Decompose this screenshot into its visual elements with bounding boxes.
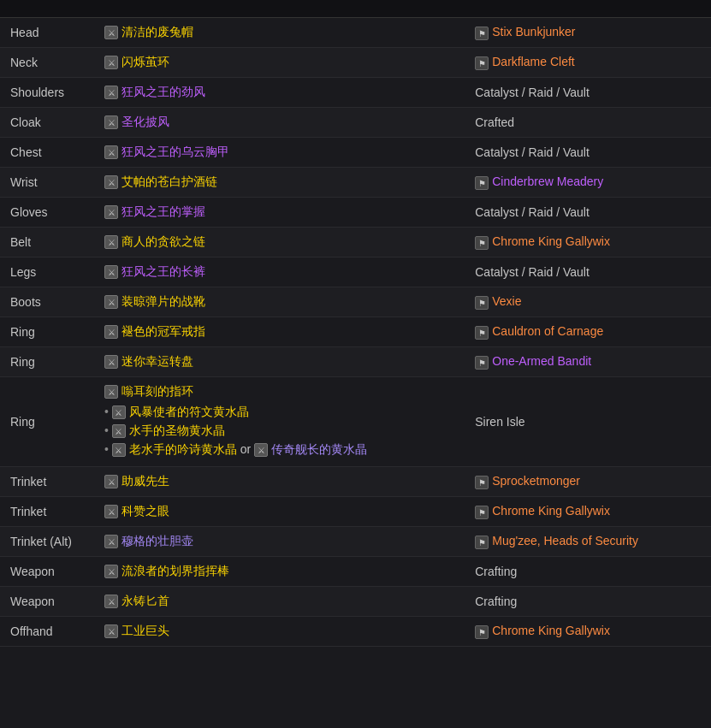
item-link[interactable]: 狂风之王的掌握 [121,204,205,218]
slot-cell: Cloak [0,108,94,138]
source-cell: ⚑Darkflame Cleft [465,48,711,78]
slot-cell: Boots [0,287,94,317]
item-link[interactable]: 装晾弹片的战靴 [121,294,205,308]
item-link[interactable]: 迷你幸运转盘 [121,354,193,368]
item-icon: ⚔ [112,405,126,419]
header-item [94,0,465,18]
source-cell: ⚑Chrome King Gallywix [465,617,711,647]
item-cell: ⚔狂风之王的掌握 [94,198,465,228]
item-cell: ⚔流浪者的划界指挥棒 [94,557,465,587]
item-icon: ⚔ [104,595,118,608]
item-link[interactable]: 商人的贪欲之链 [121,234,205,248]
slot-cell: Belt [0,228,94,257]
item-link[interactable]: 永铸匕首 [121,594,169,607]
item-link[interactable]: 狂风之王的劲风 [121,85,205,98]
item-link[interactable]: 褪色的冠军戒指 [121,324,205,338]
item-cell: ⚔狂风之王的乌云胸甲 [94,138,465,168]
source-cell: Crafting [465,587,711,617]
item-link[interactable]: 狂风之王的长裤 [121,264,205,278]
table-row: Neck⚔闪烁茧环⚑Darkflame Cleft [0,48,711,78]
source-cell: ⚑Mug'zee, Heads of Security [465,527,711,557]
source-link[interactable]: Darkflame Cleft [492,55,574,68]
source-cell: ⚑Vexie [465,287,711,317]
source-text: Catalyst / Raid / Vault [475,205,590,219]
source-icon: ⚑ [475,56,489,70]
source-text: Crafted [475,115,514,129]
sub-item-link[interactable]: 水手的圣物黄水晶 [129,423,225,437]
item-icon: ⚔ [104,385,118,399]
item-icon: ⚔ [104,624,118,638]
item-icon: ⚔ [104,355,118,369]
slot-cell: Weapon [0,557,94,587]
source-link[interactable]: Chrome King Gallywix [492,504,610,518]
item-cell: ⚔装晾弹片的战靴 [94,287,465,317]
table-row: Chest⚔狂风之王的乌云胸甲Catalyst / Raid / Vault [0,138,711,168]
item-link[interactable]: 穆格的壮胆壶 [121,534,193,547]
table-row: Cloak⚔圣化披风Crafted [0,108,711,138]
source-link[interactable]: Mug'zee, Heads of Security [492,534,638,547]
item-link[interactable]: 工业巨头 [121,624,169,637]
table-row: Weapon⚔流浪者的划界指挥棒Crafting [0,557,711,587]
source-icon: ⚑ [475,506,489,519]
slot-cell: Trinket [0,497,94,527]
item-icon: ⚔ [104,56,118,69]
source-text: Catalyst / Raid / Vault [475,265,590,279]
table-row: Trinket⚔科赞之眼⚑Chrome King Gallywix [0,497,711,527]
source-link[interactable]: Stix Bunkjunker [492,25,575,38]
source-cell: Crafted [465,108,711,138]
source-cell: ⚑Cauldron of Carnage [465,317,711,347]
source-cell: ⚑Stix Bunkjunker [465,18,711,48]
slot-cell: Trinket (Alt) [0,527,94,557]
header-slot [0,0,94,18]
slot-cell: Legs [0,257,94,287]
item-link[interactable]: 清洁的废兔帽 [121,25,193,38]
item-link[interactable]: 圣化披风 [121,115,169,128]
item-link[interactable]: 流浪者的划界指挥棒 [121,564,229,577]
source-link[interactable]: Cauldron of Carnage [492,324,603,338]
sub-item-link[interactable]: 老水手的吟诗黄水晶 [129,442,237,456]
source-link[interactable]: Sprocketmonger [492,474,580,488]
sub-item-link-alt[interactable]: 传奇舰长的黄水晶 [271,442,367,456]
slot-cell: Weapon [0,587,94,617]
source-link[interactable]: Cinderbrew Meadery [492,175,603,188]
item-cell: ⚔艾帕的苍白护酒链 [94,168,465,198]
source-link[interactable]: Vexie [492,294,521,308]
item-link[interactable]: 助威先生 [121,474,169,488]
source-link[interactable]: One-Armed Bandit [492,354,591,368]
item-cell: ⚔永铸匕首 [94,587,465,617]
source-cell: ⚑One-Armed Bandit [465,347,711,377]
source-text: Catalyst / Raid / Vault [475,145,590,159]
slot-cell: Ring [0,347,94,377]
table-row: Ring⚔褪色的冠军戒指⚑Cauldron of Carnage [0,317,711,347]
table-row: Ring⚔迷你幸运转盘⚑One-Armed Bandit [0,347,711,377]
item-link[interactable]: 艾帕的苍白护酒链 [121,175,217,188]
table-row: Trinket (Alt)⚔穆格的壮胆壶⚑Mug'zee, Heads of S… [0,527,711,557]
sub-item-list: ⚔风暴使者的符文黄水晶⚔水手的圣物黄水晶⚔老水手的吟诗黄水晶or⚔传奇舰长的黄水… [104,403,454,459]
table-row: Boots⚔装晾弹片的战靴⚑Vexie [0,287,711,317]
item-icon: ⚔ [104,175,118,189]
slot-cell: Offhand [0,617,94,647]
item-link[interactable]: 科赞之眼 [121,504,169,518]
header-source [465,0,711,18]
item-cell: ⚔工业巨头 [94,617,465,647]
source-cell: Catalyst / Raid / Vault [465,257,711,287]
item-cell: ⚔助威先生 [94,467,465,497]
source-icon: ⚑ [475,27,489,40]
item-icon: ⚔ [104,295,118,309]
source-cell: Catalyst / Raid / Vault [465,198,711,228]
item-icon: ⚔ [104,265,118,279]
item-icon: ⚔ [112,424,126,438]
table-row: Ring⚔嗡耳刻的指环⚔风暴使者的符文黄水晶⚔水手的圣物黄水晶⚔老水手的吟诗黄水… [0,377,711,467]
source-text: Crafting [475,565,517,578]
item-link[interactable]: 闪烁茧环 [121,55,169,68]
slot-cell: Trinket [0,467,94,497]
item-link[interactable]: 狂风之王的乌云胸甲 [121,145,229,158]
item-link[interactable]: 嗡耳刻的指环 [121,384,193,398]
source-icon: ⚑ [475,176,489,190]
sub-item: ⚔老水手的吟诗黄水晶or⚔传奇舰长的黄水晶 [104,441,454,459]
source-link[interactable]: Chrome King Gallywix [492,234,610,248]
item-cell: ⚔闪烁茧环 [94,48,465,78]
source-link[interactable]: Chrome King Gallywix [492,624,610,637]
sub-item-link[interactable]: 风暴使者的符文黄水晶 [129,405,249,418]
table-row: Legs⚔狂风之王的长裤Catalyst / Raid / Vault [0,257,711,287]
